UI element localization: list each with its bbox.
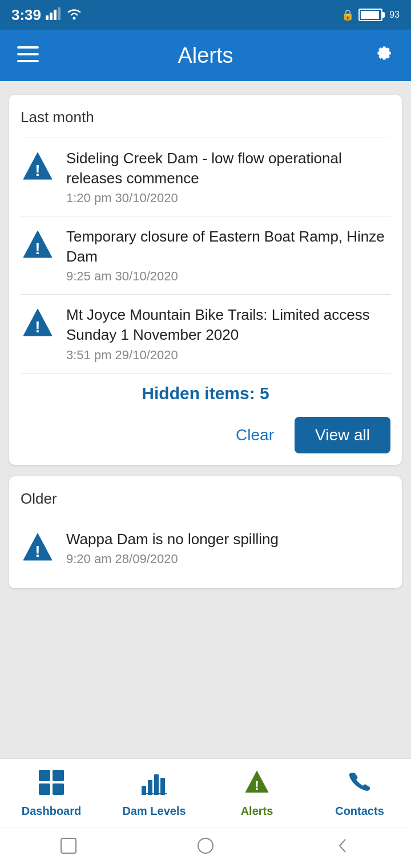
svg-rect-18	[39, 783, 50, 795]
svg-rect-16	[39, 770, 50, 781]
android-square-button[interactable]	[59, 836, 78, 859]
svg-rect-3	[58, 7, 61, 20]
android-back-button[interactable]	[333, 836, 352, 859]
warning-icon: !	[21, 228, 55, 262]
warning-icon: !	[21, 150, 55, 184]
view-all-button[interactable]: View all	[295, 417, 390, 453]
svg-rect-23	[160, 778, 165, 795]
status-right: 🔒 93	[341, 9, 400, 21]
dam-levels-label: Dam Levels	[122, 805, 186, 818]
last-month-card: Last month ! Sideling Creek Dam - low fl…	[9, 95, 402, 465]
nav-contacts[interactable]: Contacts	[308, 769, 411, 818]
contacts-icon	[346, 769, 373, 801]
android-home-button[interactable]	[196, 836, 215, 859]
battery-percentage: 93	[389, 10, 400, 20]
bottom-nav: Dashboard Dam Levels ! Alerts	[0, 758, 411, 827]
alert-item[interactable]: ! Sideling Creek Dam - low flow operatio…	[21, 138, 390, 216]
svg-rect-21	[148, 780, 152, 795]
alert-title: Wappa Dam is no longer spilling	[66, 529, 390, 549]
alert-text-block: Mt Joyce Mountain Bike Trails: Limited a…	[66, 305, 390, 362]
nav-alerts[interactable]: ! Alerts	[206, 769, 308, 818]
svg-text:!: !	[35, 318, 40, 336]
warning-icon: !	[21, 531, 55, 565]
alert-time: 9:20 am 28/09/2020	[66, 552, 390, 566]
older-card: Older ! Wappa Dam is no longer spilling …	[9, 476, 402, 588]
older-label: Older	[21, 490, 390, 508]
lock-icon: 🔒	[341, 9, 354, 21]
svg-rect-22	[154, 774, 159, 795]
alert-item[interactable]: ! Mt Joyce Mountain Bike Trails: Limited…	[21, 294, 390, 372]
svg-rect-0	[46, 15, 49, 20]
dashboard-label: Dashboard	[22, 805, 81, 818]
alert-time: 3:51 pm 29/10/2020	[66, 348, 390, 363]
alert-item[interactable]: ! Temporary closure of Eastern Boat Ramp…	[21, 216, 390, 294]
svg-rect-27	[61, 838, 76, 853]
alert-item[interactable]: ! Wappa Dam is no longer spilling 9:20 a…	[21, 519, 390, 577]
svg-rect-6	[17, 53, 39, 55]
hidden-items-text: Hidden items: 5	[142, 384, 269, 403]
svg-text:!: !	[35, 240, 40, 258]
alert-title: Temporary closure of Eastern Boat Ramp, …	[66, 227, 390, 267]
android-nav-bar	[0, 827, 411, 868]
alert-text-block: Sideling Creek Dam - low flow operationa…	[66, 148, 390, 206]
svg-text:!: !	[35, 162, 40, 179]
svg-rect-19	[53, 783, 64, 795]
alert-text-block: Temporary closure of Eastern Boat Ramp, …	[66, 227, 390, 284]
app-header: Alerts	[0, 30, 411, 81]
time-display: 3:39	[11, 6, 41, 24]
hidden-items-row: Hidden items: 5	[21, 373, 390, 409]
menu-button[interactable]	[17, 45, 39, 66]
nav-dam-levels[interactable]: Dam Levels	[103, 769, 206, 818]
last-month-label: Last month	[21, 108, 390, 126]
alerts-nav-label: Alerts	[241, 805, 273, 818]
nav-dashboard[interactable]: Dashboard	[0, 769, 103, 818]
alert-time: 1:20 pm 30/10/2020	[66, 191, 390, 206]
svg-point-28	[198, 838, 213, 853]
alerts-nav-icon: !	[243, 769, 271, 801]
main-content: Last month ! Sideling Creek Dam - low fl…	[0, 81, 411, 758]
wifi-icon	[66, 6, 82, 24]
status-bar: 3:39 🔒 93	[0, 0, 411, 30]
warning-icon: !	[21, 306, 55, 340]
status-left: 3:39	[11, 6, 82, 24]
alert-title: Mt Joyce Mountain Bike Trails: Limited a…	[66, 305, 390, 345]
svg-rect-2	[54, 10, 57, 20]
dashboard-icon	[38, 769, 65, 801]
svg-rect-7	[17, 60, 39, 62]
contacts-label: Contacts	[335, 805, 384, 818]
battery-indicator	[358, 9, 382, 21]
alert-text-block: Wappa Dam is no longer spilling 9:20 am …	[66, 529, 390, 566]
svg-rect-5	[17, 46, 39, 49]
svg-point-4	[73, 17, 76, 19]
svg-rect-1	[50, 13, 53, 20]
settings-button[interactable]	[372, 42, 394, 69]
card-actions: Clear View all	[21, 409, 390, 453]
svg-rect-17	[53, 770, 64, 781]
dam-levels-icon	[140, 769, 168, 801]
signal-icon	[46, 6, 62, 24]
svg-text:!: !	[35, 542, 40, 560]
clear-button[interactable]: Clear	[227, 421, 283, 449]
page-title: Alerts	[178, 43, 233, 68]
alert-title: Sideling Creek Dam - low flow operationa…	[66, 148, 390, 188]
svg-text:!: !	[255, 778, 259, 792]
alert-time: 9:25 am 30/10/2020	[66, 269, 390, 284]
